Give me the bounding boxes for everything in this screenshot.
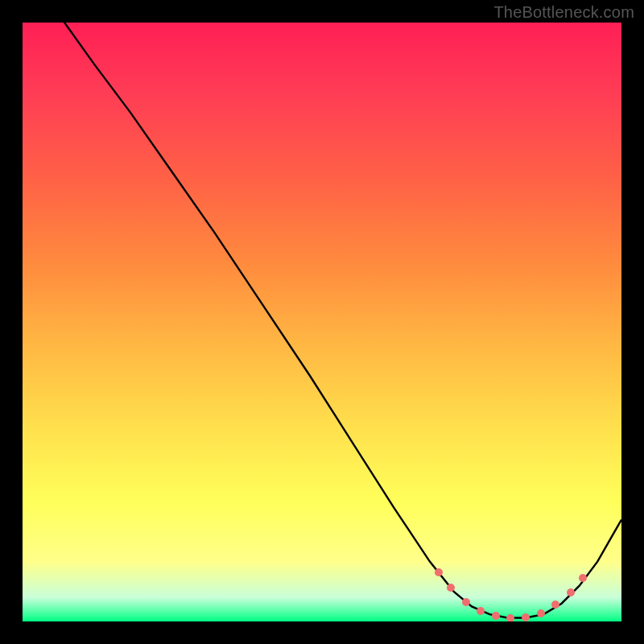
range-dot <box>522 613 530 621</box>
range-dot <box>551 601 559 609</box>
range-dot <box>506 614 514 621</box>
range-dot <box>477 607 485 615</box>
watermark-text: TheBottleneck.com <box>493 3 634 22</box>
chart-frame: TheBottleneck.com <box>0 0 644 644</box>
range-dot <box>537 609 545 617</box>
range-dot <box>567 588 575 597</box>
range-dot <box>492 612 500 620</box>
marker-layer <box>23 23 621 621</box>
range-dot <box>462 598 470 606</box>
range-dot <box>447 584 455 592</box>
plot-area <box>23 23 621 621</box>
range-dot <box>435 568 443 576</box>
range-dot <box>579 574 587 582</box>
